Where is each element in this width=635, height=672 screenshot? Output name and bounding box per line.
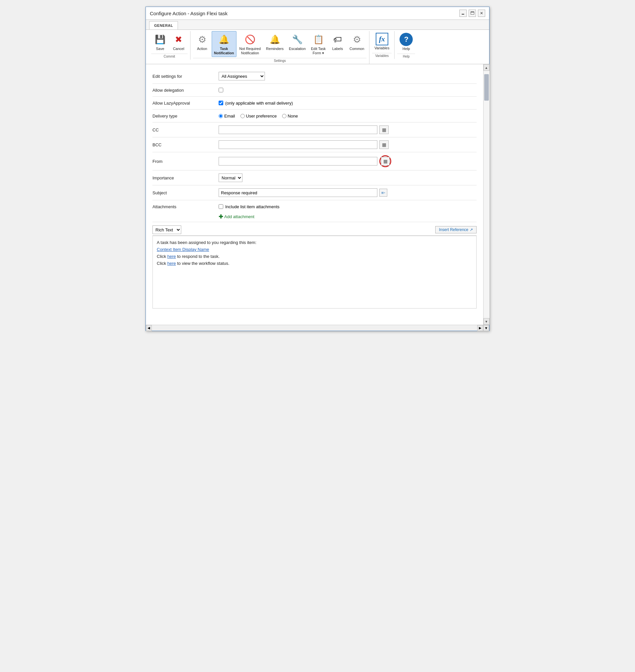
divider-2: [152, 96, 477, 97]
delivery-user-pref-radio[interactable]: [240, 114, 245, 118]
minimize-button[interactable]: 🗕: [459, 9, 467, 17]
subject-label: Subject: [152, 190, 219, 195]
scrollbar-up-arrow[interactable]: ▲: [483, 64, 489, 71]
importance-row: Importance Normal High Low: [152, 171, 477, 184]
importance-select[interactable]: Normal High Low: [219, 173, 242, 182]
not-required-icon: 🚫: [243, 33, 257, 46]
edit-settings-row: Edit settings for All Assignees Specific…: [152, 69, 477, 83]
scrollbar-track: [483, 71, 489, 318]
richtext-area[interactable]: A task has been assigned to you regardin…: [152, 236, 477, 309]
help-button[interactable]: ? Help: [397, 31, 415, 52]
variables-icon: fx: [376, 33, 388, 45]
bcc-lookup-button[interactable]: ▦: [379, 140, 389, 149]
content-main: Edit settings for All Assignees Specific…: [146, 64, 483, 325]
save-icon: 💾: [153, 33, 167, 46]
tab-bar: GENERAL: [146, 20, 489, 30]
delivery-none-radio[interactable]: [282, 114, 286, 118]
variables-label: Variables: [374, 46, 389, 50]
divider-4: [152, 122, 477, 123]
allow-lazy-approval-checkbox[interactable]: [219, 101, 223, 105]
allow-delegation-control: [219, 88, 477, 92]
delivery-user-pref-option[interactable]: User preference: [240, 113, 277, 119]
delivery-none-option[interactable]: None: [282, 113, 298, 119]
bcc-control: ▦: [219, 140, 477, 149]
cc-row: CC ▦: [152, 123, 477, 136]
cc-label: CC: [152, 127, 219, 132]
labels-button[interactable]: 🏷 Labels: [329, 31, 347, 57]
allow-lazy-approval-label: Allow LazyApproval: [152, 101, 219, 106]
here-link-1[interactable]: here: [167, 254, 176, 259]
save-label: Save: [156, 47, 164, 51]
reminders-icon: 🔔: [268, 33, 281, 46]
richtext-mode-dropdown[interactable]: Rich Text Plain Text: [152, 226, 181, 234]
from-lookup-circled[interactable]: ▦: [379, 155, 391, 167]
title-bar: Configure Action - Assign Flexi task 🗕 🗖…: [146, 7, 489, 20]
divider-1: [152, 83, 477, 84]
bottom-scroll-right[interactable]: ▶: [477, 325, 483, 331]
tab-general[interactable]: GENERAL: [149, 21, 178, 29]
importance-control: Normal High Low: [219, 173, 477, 182]
add-attachment-label: Add attachment: [224, 214, 254, 219]
richtext-body-text: A task has been assigned to you regardin…: [157, 239, 472, 246]
edit-settings-select[interactable]: All Assignees Specific Assignees: [219, 72, 265, 80]
divider-10: [152, 222, 477, 222]
common-button[interactable]: ⚙ Common: [347, 31, 367, 57]
task-notification-button[interactable]: 🔔 TaskNotification: [212, 31, 237, 57]
delivery-email-radio[interactable]: [219, 114, 223, 118]
help-icon: ?: [399, 33, 413, 46]
scrollbar-down-arrow[interactable]: ▼: [483, 318, 489, 325]
allow-delegation-checkbox[interactable]: [219, 88, 223, 92]
divider-7: [152, 170, 477, 170]
ribbon-inner: 💾 Save ✖ Cancel Commit ⚙ Action: [149, 31, 486, 64]
delivery-email-option[interactable]: Email: [219, 113, 235, 119]
cc-input[interactable]: [219, 125, 377, 134]
richtext-line-1: Click here to respond to the task.: [157, 253, 472, 260]
close-button[interactable]: ✕: [478, 9, 485, 17]
insert-reference-button[interactable]: Insert Reference ↗: [435, 226, 477, 233]
ribbon-buttons-settings: ⚙ Action 🔔 TaskNotification 🚫 Not Requir…: [193, 31, 367, 57]
from-label: From: [152, 159, 219, 164]
allow-delegation-label: Allow delegation: [152, 88, 219, 93]
attachments-control: Include list item attachments: [219, 204, 477, 209]
divider-5: [152, 137, 477, 138]
subject-input[interactable]: [219, 188, 377, 197]
divider-8: [152, 185, 477, 185]
edit-task-form-label: Edit TaskForm ▾: [311, 47, 325, 55]
bottom-scroll-left[interactable]: ◀: [146, 325, 152, 331]
include-list-items-checkbox[interactable]: [219, 204, 223, 209]
save-button[interactable]: 💾 Save: [151, 31, 169, 52]
add-attachment-row[interactable]: ✚ Add attachment: [152, 212, 477, 221]
action-label: Action: [197, 47, 207, 51]
scrollbar-thumb[interactable]: [484, 74, 489, 101]
from-control: ▦: [219, 155, 477, 167]
cancel-button[interactable]: ✖ Cancel: [170, 31, 188, 52]
bcc-input[interactable]: [219, 140, 377, 149]
ribbon-group-variables: fx Variables Variables: [369, 31, 395, 59]
not-required-button[interactable]: 🚫 Not RequiredNotification: [237, 31, 263, 57]
right-scroll-down-alt[interactable]: ▼: [483, 325, 489, 331]
cancel-icon: ✖: [172, 33, 185, 46]
cc-lookup-icon: ▦: [382, 127, 386, 132]
ribbon-buttons-commit: 💾 Save ✖ Cancel: [151, 31, 188, 52]
edit-task-form-button[interactable]: 📋 Edit TaskForm ▾: [309, 31, 328, 57]
richtext-toolbar: Rich Text Plain Text Insert Reference ↗: [152, 226, 477, 236]
variables-button[interactable]: fx Variables: [372, 31, 392, 52]
escalation-icon: 🔧: [291, 33, 304, 46]
main-window: Configure Action - Assign Flexi task 🗕 🗖…: [146, 7, 489, 331]
common-label: Common: [350, 47, 365, 51]
reminders-button[interactable]: 🔔 Reminders: [264, 31, 286, 57]
from-input[interactable]: [219, 157, 377, 166]
here-link-2[interactable]: here: [167, 261, 176, 266]
escalation-button[interactable]: 🔧 Escalation: [287, 31, 308, 57]
ribbon-group-commit: 💾 Save ✖ Cancel Commit: [149, 31, 191, 60]
delivery-none-label: None: [288, 113, 298, 119]
action-button[interactable]: ⚙ Action: [193, 31, 211, 57]
divider-6: [152, 152, 477, 152]
insert-reference-icon: ↗: [469, 227, 473, 232]
cc-lookup-button[interactable]: ▦: [379, 125, 389, 134]
context-item-link[interactable]: Context Item Display Name: [157, 247, 209, 252]
maximize-button[interactable]: 🗖: [469, 9, 476, 17]
ribbon: 💾 Save ✖ Cancel Commit ⚙ Action: [146, 30, 489, 64]
subject-reference-icon[interactable]: ≡+: [379, 189, 387, 197]
bcc-label: BCC: [152, 142, 219, 147]
